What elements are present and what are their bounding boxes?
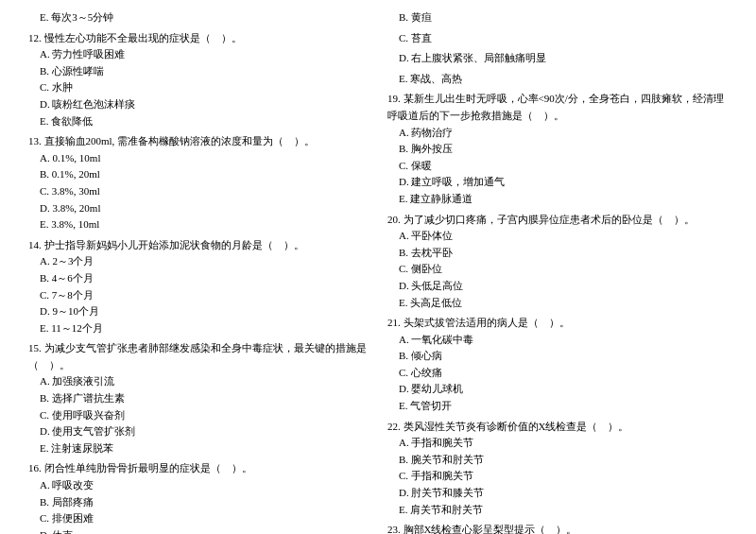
q22-opt-a: A. 手指和腕关节 xyxy=(387,435,728,452)
q21-opt-b: B. 倾心病 xyxy=(387,348,728,365)
question-13: 13. 直接输血200ml, 需准备构橼酸钠溶液的浓度和量为（ ）。 A. 0.… xyxy=(28,133,369,233)
question-14-title: 14. 护士指导新妈妈小儿开始添加泥状食物的月龄是（ ）。 xyxy=(28,237,369,254)
question-14: 14. 护士指导新妈妈小儿开始添加泥状食物的月龄是（ ）。 A. 2～3个月 B… xyxy=(28,237,369,337)
q15-opt-b: B. 选择广谱抗生素 xyxy=(28,390,369,407)
r-top-d: D. 右上腹状紧张、局部触痛明显 xyxy=(387,50,728,67)
right-column: B. 黄疸 C. 苔直 D. 右上腹状紧张、局部触痛明显 E. 寒战、高热 19… xyxy=(387,9,728,534)
page-content: E. 每次3～5分钟 12. 慢性左心功能不全最出现的症状是（ ）。 A. 劳力… xyxy=(28,9,728,534)
q19-opt-a: A. 药物治疗 xyxy=(387,125,728,142)
question-19-title: 19. 某新生儿出生时无呼吸，心率<90次/分，全身苍白，四肢瘫软，经清理呼吸道… xyxy=(387,91,728,124)
question-13-title: 13. 直接输血200ml, 需准备构橼酸钠溶液的浓度和量为（ ）。 xyxy=(28,133,369,150)
q12-opt-b: B. 心源性哮喘 xyxy=(28,63,369,80)
q16-opt-c: C. 排便困难 xyxy=(28,510,369,527)
question-12-title: 12. 慢性左心功能不全最出现的症状是（ ）。 xyxy=(28,30,369,47)
q21-opt-e: E. 气管切开 xyxy=(387,398,728,415)
q16-opt-d: D. 休克 xyxy=(28,527,369,534)
q22-opt-c: C. 手指和腕关节 xyxy=(387,468,728,485)
q14-opt-a: A. 2～3个月 xyxy=(28,253,369,270)
q16-opt-a: A. 呼吸改变 xyxy=(28,477,369,494)
r-top-c: C. 苔直 xyxy=(387,30,728,47)
q13-opt-b: B. 0.1%, 20ml xyxy=(28,166,369,183)
q13-opt-a: A. 0.1%, 10ml xyxy=(28,150,369,167)
question-12: 12. 慢性左心功能不全最出现的症状是（ ）。 A. 劳力性呼吸困难 B. 心源… xyxy=(28,30,369,130)
q21-opt-a: A. 一氧化碳中毒 xyxy=(387,332,728,349)
top-e-label: E. 每次3～5分钟 xyxy=(28,9,369,26)
q12-opt-a: A. 劳力性呼吸困难 xyxy=(28,46,369,63)
q20-opt-d: D. 头低足高位 xyxy=(387,278,728,295)
q19-opt-e: E. 建立静脉通道 xyxy=(387,191,728,208)
q15-opt-d: D. 使用支气管扩张剂 xyxy=(28,423,369,440)
q19-opt-b: B. 胸外按压 xyxy=(387,141,728,158)
q12-opt-e: E. 食欲降低 xyxy=(28,113,369,130)
q12-opt-c: C. 水肿 xyxy=(28,79,369,96)
q12-opt-d: D. 咳粉红色泡沫样痰 xyxy=(28,96,369,113)
q21-opt-c: C. 心绞痛 xyxy=(387,365,728,382)
question-23: 23. 胸部X线检查心影呈梨型提示（ ）。 A. 心包积液 B. 三尖瓣关闭不全… xyxy=(387,522,728,534)
q14-opt-b: B. 4～6个月 xyxy=(28,270,369,287)
q16-opt-b: B. 局部疼痛 xyxy=(28,494,369,511)
q22-opt-d: D. 肘关节和膝关节 xyxy=(387,485,728,502)
q13-opt-d: D. 3.8%, 20ml xyxy=(28,200,369,217)
question-22: 22. 类风湿性关节炎有诊断价值的X线检查是（ ）。 A. 手指和腕关节 B. … xyxy=(387,419,728,519)
question-20-title: 20. 为了减少切口疼痛，子宫内膜异位症患者术后的卧位是（ ）。 xyxy=(387,212,728,229)
q14-opt-e: E. 11～12个月 xyxy=(28,320,369,337)
question-21-title: 21. 头架式拔管法适用的病人是（ ）。 xyxy=(387,315,728,332)
q13-opt-c: C. 3.8%, 30ml xyxy=(28,183,369,200)
r-top-b-label: B. 黄疸 xyxy=(387,9,728,26)
r-top-d-label: D. 右上腹状紧张、局部触痛明显 xyxy=(387,50,728,67)
q22-opt-b: B. 腕关节和肘关节 xyxy=(387,452,728,469)
q19-opt-d: D. 建立呼吸，增加通气 xyxy=(387,174,728,191)
question-20: 20. 为了减少切口疼痛，子宫内膜异位症患者术后的卧位是（ ）。 A. 平卧体位… xyxy=(387,212,728,312)
q22-opt-e: E. 肩关节和肘关节 xyxy=(387,502,728,519)
q19-opt-c: C. 保暖 xyxy=(387,158,728,175)
r-top-e: E. 寒战、高热 xyxy=(387,71,728,88)
q21-opt-d: D. 婴幼儿球机 xyxy=(387,381,728,398)
q20-opt-a: A. 平卧体位 xyxy=(387,228,728,245)
q15-opt-e: E. 注射速尿脱苯 xyxy=(28,440,369,457)
question-19: 19. 某新生儿出生时无呼吸，心率<90次/分，全身苍白，四肢瘫软，经清理呼吸道… xyxy=(387,91,728,207)
question-21: 21. 头架式拔管法适用的病人是（ ）。 A. 一氧化碳中毒 B. 倾心病 C.… xyxy=(387,315,728,415)
r-top-e-label: E. 寒战、高热 xyxy=(387,71,728,88)
question-16: 16. 闭合性单纯肋骨骨折最明显的症状是（ ）。 A. 呼吸改变 B. 局部疼痛… xyxy=(28,460,369,534)
r-top-b: B. 黄疸 xyxy=(387,9,728,26)
q14-opt-d: D. 9～10个月 xyxy=(28,303,369,320)
question-23-title: 23. 胸部X线检查心影呈梨型提示（ ）。 xyxy=(387,522,728,534)
question-15-title: 15. 为减少支气管扩张患者肺部继发感染和全身中毒症状，最关键的措施是（ ）。 xyxy=(28,340,369,373)
q20-opt-e: E. 头高足低位 xyxy=(387,295,728,312)
question-22-title: 22. 类风湿性关节炎有诊断价值的X线检查是（ ）。 xyxy=(387,419,728,436)
q14-opt-c: C. 7～8个月 xyxy=(28,287,369,304)
question-15: 15. 为减少支气管扩张患者肺部继发感染和全身中毒症状，最关键的措施是（ ）。 … xyxy=(28,340,369,456)
q15-opt-c: C. 使用呼吸兴奋剂 xyxy=(28,407,369,424)
q20-opt-b: B. 去枕平卧 xyxy=(387,245,728,262)
q13-opt-e: E. 3.8%, 10ml xyxy=(28,216,369,233)
question-16-title: 16. 闭合性单纯肋骨骨折最明显的症状是（ ）。 xyxy=(28,460,369,477)
left-column: E. 每次3～5分钟 12. 慢性左心功能不全最出现的症状是（ ）。 A. 劳力… xyxy=(28,9,369,534)
r-top-c-label: C. 苔直 xyxy=(387,30,728,47)
top-e-item: E. 每次3～5分钟 xyxy=(28,9,369,26)
q20-opt-c: C. 侧卧位 xyxy=(387,261,728,278)
q15-opt-a: A. 加强痰液引流 xyxy=(28,373,369,390)
